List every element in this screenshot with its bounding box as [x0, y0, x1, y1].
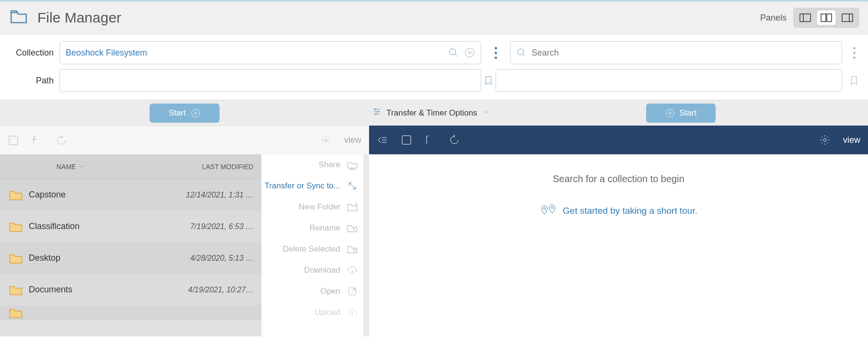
chevron-down-icon: [482, 107, 491, 118]
file-row[interactable]: Classification 7/19/2021, 6:53 …: [0, 211, 261, 243]
right-view-label[interactable]: view: [843, 135, 860, 145]
right-refresh-icon[interactable]: [449, 134, 460, 146]
column-modified-label: LAST MODIFIED: [202, 163, 254, 171]
file-modified: 12/14/2021, 1:31 …: [165, 191, 261, 199]
file-name: Capstone: [29, 190, 165, 200]
svg-line-7: [455, 54, 458, 57]
collection-value: Beoshock Filesystem: [66, 48, 147, 58]
svg-point-22: [324, 139, 327, 142]
panel-layout-split[interactable]: [817, 11, 835, 25]
right-up-folder-icon[interactable]: [425, 134, 436, 146]
panel-layout-left[interactable]: [796, 11, 814, 25]
panel-layout-switch: [793, 8, 859, 28]
file-row[interactable]: Capstone 12/14/2021, 1:31 …: [0, 179, 261, 211]
download-cloud-icon: [346, 265, 359, 276]
delete-icon: [346, 244, 359, 254]
svg-point-11: [518, 49, 524, 55]
left-view-label[interactable]: view: [344, 135, 361, 145]
start-transfer-left-button[interactable]: Start: [150, 104, 220, 123]
up-folder-icon[interactable]: [32, 135, 43, 146]
select-all-checkbox[interactable]: [8, 135, 19, 146]
folder-icon: [0, 284, 29, 296]
rename-icon: [346, 223, 359, 233]
path-label: Path: [7, 76, 59, 86]
app-header: File Manager Panels: [0, 0, 868, 35]
svg-point-13: [192, 109, 200, 117]
play-circle-left-icon: [665, 108, 675, 118]
svg-rect-3: [827, 14, 832, 22]
sort-caret-icon: [79, 163, 84, 171]
collapse-side-menu-icon[interactable]: [377, 134, 388, 146]
action-download[interactable]: Download: [262, 260, 369, 281]
search-icon: [516, 47, 527, 58]
main-split: NAME LAST MODIFIED Capstone 12/14/2021, …: [0, 154, 868, 336]
file-row[interactable]: [0, 306, 261, 320]
bookmark-icon[interactable]: [483, 75, 494, 86]
panel-layout-right[interactable]: [838, 11, 856, 25]
svg-rect-21: [9, 136, 18, 145]
start-transfer-right-button[interactable]: Start: [646, 104, 716, 123]
svg-point-27: [823, 139, 826, 141]
svg-rect-4: [842, 14, 853, 22]
right-collection-search-input[interactable]: [532, 48, 836, 58]
collection-label: Collection: [7, 48, 59, 58]
right-path-field[interactable]: [496, 69, 842, 92]
column-name[interactable]: NAME: [29, 163, 165, 171]
folder-icon: [0, 307, 29, 319]
svg-rect-2: [821, 14, 826, 22]
path-input[interactable]: [66, 76, 475, 86]
svg-point-28: [350, 168, 352, 170]
action-transfer-sync[interactable]: Transfer or Sync to...: [262, 175, 369, 196]
left-more-menu-icon[interactable]: [488, 47, 503, 59]
action-delete[interactable]: Delete Selected: [262, 239, 369, 260]
left-pane: NAME LAST MODIFIED Capstone 12/14/2021, …: [0, 154, 369, 336]
view-settings-gear-icon[interactable]: [320, 135, 332, 146]
action-rename[interactable]: Rename: [262, 218, 369, 239]
right-bookmark-icon[interactable]: [847, 75, 861, 86]
file-row[interactable]: Desktop 4/28/2020, 5:13 …: [0, 243, 261, 274]
action-new-folder[interactable]: New Folder: [262, 196, 369, 218]
transfer-options-toggle[interactable]: Transfer & Timer Options: [369, 107, 494, 119]
take-tour-link[interactable]: Get started by taking a short tour.: [540, 204, 697, 218]
new-folder-icon: [346, 202, 359, 212]
panels-label: Panels: [760, 13, 787, 23]
right-view-settings-gear-icon[interactable]: [819, 134, 831, 146]
action-open[interactable]: Open: [262, 281, 369, 302]
transfer-options-label: Transfer & Timer Options: [386, 108, 477, 118]
action-upload[interactable]: Upload: [262, 302, 369, 323]
transfer-action-bar: Start Transfer & Timer Options Start: [0, 100, 868, 126]
action-share[interactable]: Share: [262, 154, 369, 175]
collection-field[interactable]: Beoshock Filesystem: [59, 41, 481, 64]
path-field[interactable]: [59, 69, 481, 92]
start-left-label: Start: [169, 108, 186, 118]
left-pane-toolbar: view: [0, 126, 369, 154]
right-path-input[interactable]: [502, 76, 836, 86]
file-name: Desktop: [29, 253, 165, 263]
open-external-icon: [346, 286, 359, 297]
right-collection-search[interactable]: [510, 41, 842, 64]
svg-rect-26: [402, 136, 411, 144]
svg-point-6: [450, 49, 456, 55]
file-row[interactable]: Documents 4/19/2021, 10:27…: [0, 274, 261, 306]
collection-clear-icon[interactable]: [464, 47, 475, 58]
folder-icon: [0, 189, 29, 201]
start-right-label: Start: [680, 108, 697, 118]
right-pane-toolbar: view: [369, 126, 868, 154]
svg-point-29: [353, 168, 355, 170]
right-select-all-checkbox[interactable]: [401, 134, 412, 146]
file-modified: 7/19/2021, 6:53 …: [165, 222, 261, 231]
file-name: Classification: [29, 221, 165, 231]
refresh-icon[interactable]: [56, 135, 67, 146]
svg-rect-0: [800, 14, 810, 22]
file-list: NAME LAST MODIFIED Capstone 12/14/2021, …: [0, 154, 261, 336]
column-modified[interactable]: LAST MODIFIED: [165, 163, 261, 171]
location-fields: Collection Beoshock Filesystem Path: [0, 35, 868, 100]
play-circle-icon: [191, 108, 200, 118]
svg-point-35: [544, 208, 545, 209]
right-more-menu-icon[interactable]: [847, 47, 861, 59]
collection-search-icon[interactable]: [448, 47, 459, 58]
right-pane: Search for a collection to begin Get sta…: [369, 154, 868, 336]
svg-point-20: [666, 109, 674, 117]
folder-icon: [0, 252, 29, 265]
right-pane-empty-message: Search for a collection to begin: [369, 173, 868, 185]
